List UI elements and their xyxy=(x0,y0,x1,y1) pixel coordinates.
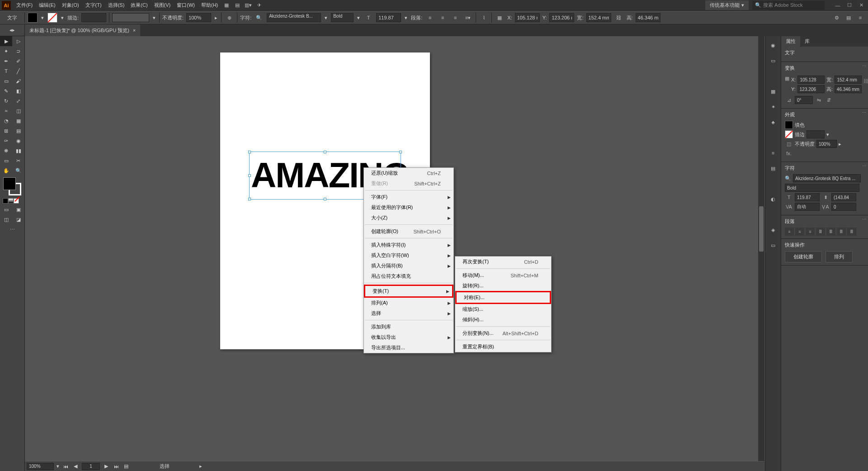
nav-first[interactable]: ⏮ xyxy=(62,463,69,470)
artboard-number[interactable] xyxy=(82,463,100,470)
panel-tab-library[interactable]: 库 xyxy=(800,36,814,47)
align-center-icon[interactable]: ≡ xyxy=(438,13,448,22)
para-align-center[interactable]: ≡ xyxy=(795,228,804,236)
recolor-icon[interactable]: ⊕ xyxy=(224,13,234,22)
window-minimize-button[interactable]: ― xyxy=(833,1,843,10)
symbol-spray-tool[interactable]: ❋ xyxy=(0,146,12,156)
status-more-icon[interactable]: ▸ xyxy=(199,463,202,469)
sub-shear[interactable]: 倾斜(H)... xyxy=(455,314,551,325)
vertical-scrollbar[interactable] xyxy=(758,36,764,461)
direct-select-tool[interactable]: ▷ xyxy=(12,36,24,46)
character-more-icon[interactable]: ⋯ xyxy=(862,164,866,168)
ctx-undo[interactable]: 还原(U)缩放Ctrl+Z xyxy=(364,168,453,178)
align-right-icon[interactable]: ≡ xyxy=(450,13,460,22)
dock-swatches-icon[interactable]: ▦ xyxy=(767,85,779,98)
dock-artboards-icon[interactable]: ▭ xyxy=(767,239,779,252)
panel-leading[interactable] xyxy=(831,193,856,201)
shaper-tool[interactable]: ✎ xyxy=(0,86,12,96)
perspective-tool[interactable]: ▦ xyxy=(12,116,24,126)
bridge-icon[interactable]: ▦ xyxy=(222,1,231,10)
nav-prev[interactable]: ◀ xyxy=(72,463,79,470)
search-font-icon[interactable]: 🔍 xyxy=(254,13,264,22)
menu-edit[interactable]: 编辑(E) xyxy=(36,0,58,10)
sub-rotate[interactable]: 旋转(R)... xyxy=(455,281,551,291)
slice-tool[interactable]: ✂ xyxy=(12,156,24,166)
prop-y[interactable] xyxy=(797,85,825,93)
window-maximize-button[interactable]: ☐ xyxy=(844,1,854,10)
menu-view[interactable]: 视图(V) xyxy=(151,0,174,10)
type-tool[interactable]: T xyxy=(0,66,12,76)
nav-last[interactable]: ⏭ xyxy=(113,463,120,470)
para-justify-left[interactable]: ≣ xyxy=(816,228,825,236)
mini-swatch-gradient[interactable] xyxy=(8,198,14,204)
rectangle-tool[interactable]: ▭ xyxy=(0,76,12,86)
ctx-select[interactable]: 选择▶ xyxy=(364,308,453,319)
dock-cloud-icon[interactable]: ▭ xyxy=(767,54,779,67)
stock-search[interactable]: 🔍搜索 Adobe Stock xyxy=(752,1,825,10)
panel-weight[interactable] xyxy=(785,184,859,192)
nav-menu-icon[interactable]: ▤ xyxy=(123,463,130,470)
para-justify-right[interactable]: ≣ xyxy=(837,228,846,236)
menu-type[interactable]: 文字(T) xyxy=(83,0,104,10)
ctx-transform[interactable]: 变换(T)▶ xyxy=(364,285,453,298)
appearance-more-icon[interactable]: ⋯ xyxy=(862,110,866,115)
tab-close-button[interactable]: × xyxy=(133,28,136,33)
prop-h[interactable] xyxy=(835,85,862,93)
sub-move[interactable]: 移动(M)...Shift+Ctrl+M xyxy=(455,270,551,281)
align-menu-icon[interactable]: ≡▾ xyxy=(463,13,473,22)
panel-tab-properties[interactable]: 属性 xyxy=(781,36,800,47)
blend-tool[interactable]: ◉ xyxy=(12,136,24,146)
sub-reflect[interactable]: 对称(E)... xyxy=(455,291,551,304)
gpu-icon[interactable]: ✈ xyxy=(254,1,264,10)
arrange-docs-icon[interactable]: ▤ xyxy=(232,1,242,10)
free-transform-tool[interactable]: ◫ xyxy=(12,106,24,116)
ctx-arrange[interactable]: 排列(A)▶ xyxy=(364,298,453,308)
edit-toolbar[interactable]: ⋯ xyxy=(0,224,24,234)
screen-mode-normal[interactable]: ▭ xyxy=(0,205,12,214)
magic-wand-tool[interactable]: ✦ xyxy=(0,46,12,56)
curvature-tool[interactable]: ✐ xyxy=(12,56,24,66)
scale-tool[interactable]: ⤢ xyxy=(12,96,24,106)
panel-tracking[interactable] xyxy=(831,203,856,211)
graph-tool[interactable]: ▮▮ xyxy=(12,146,24,156)
pen-tool[interactable]: ✒ xyxy=(0,56,12,66)
panel-stroke-swatch[interactable] xyxy=(785,130,793,138)
more-icon[interactable]: ≡ xyxy=(855,13,865,22)
panel-kerning[interactable] xyxy=(795,203,820,211)
screen-mode-full[interactable]: ▣ xyxy=(12,205,24,214)
prop-x[interactable] xyxy=(797,76,825,84)
h-input[interactable] xyxy=(636,13,660,22)
menu-object[interactable]: 对象(O) xyxy=(59,0,82,10)
font-weight-combo[interactable]: Bold xyxy=(331,13,354,22)
arrange-icon[interactable]: ▥▾ xyxy=(243,1,253,10)
para-justify-all[interactable]: ≣ xyxy=(847,228,856,236)
w-input[interactable] xyxy=(586,13,611,22)
font-size-input[interactable] xyxy=(376,13,401,22)
link-wh-icon[interactable]: ⛓ xyxy=(863,74,868,88)
dock-symbols-icon[interactable]: ♣ xyxy=(767,116,779,128)
rotate-tool[interactable]: ↻ xyxy=(0,96,12,106)
dock-color-guide-icon[interactable]: ◐ xyxy=(767,193,779,205)
ctx-add-to-library[interactable]: 添加到库 xyxy=(364,322,453,332)
zoom-tool[interactable]: 🔍 xyxy=(12,166,24,176)
document-tab[interactable]: 未标题-1 [已恢复]* @ 100% (RGB/GPU 预览) × xyxy=(25,24,140,36)
brush-combo[interactable] xyxy=(112,13,149,22)
fx-icon[interactable]: fx. xyxy=(785,149,793,157)
warp-icon[interactable]: ⌇ xyxy=(479,13,489,22)
mesh-tool[interactable]: ⊞ xyxy=(0,126,12,136)
paragraph-more-icon[interactable]: ⋯ xyxy=(862,217,866,222)
transform-more-icon[interactable]: ⋯ xyxy=(862,64,866,68)
opacity-input[interactable] xyxy=(186,13,211,22)
ctx-insert-whitespace[interactable]: 插入空白字符(W)▶ xyxy=(364,250,453,261)
ctx-collect-export[interactable]: 收集以导出▶ xyxy=(364,332,453,343)
dock-stroke-icon[interactable]: ≡ xyxy=(767,147,779,159)
nav-next[interactable]: ▶ xyxy=(103,463,110,470)
pref-icon[interactable]: ⚙ xyxy=(832,13,842,22)
panel-stroke-weight[interactable] xyxy=(807,130,825,138)
quick-arrange[interactable]: 排列 xyxy=(826,251,853,262)
menu-help[interactable]: 帮助(H) xyxy=(198,0,221,10)
toolbox-handle[interactable]: ◂▸ xyxy=(0,24,24,36)
brush-tool[interactable]: 🖌 xyxy=(12,76,24,86)
ctx-insert-glyphs[interactable]: 插入特殊字符(I)▶ xyxy=(364,240,453,250)
panel-font[interactable] xyxy=(793,174,861,182)
